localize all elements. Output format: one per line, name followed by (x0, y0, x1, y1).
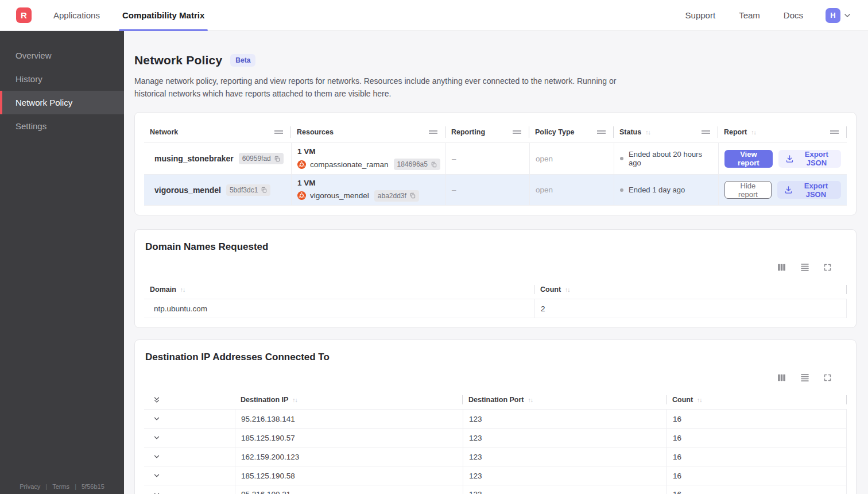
column-header-destination-port[interactable]: Destination Port ↑↓ (463, 391, 666, 409)
column-resize-handle[interactable] (830, 130, 839, 134)
destinations-card: Destination IP Addresses Connected To (134, 339, 857, 494)
vm-count: 1 VM (297, 147, 316, 156)
chevron-down-icon[interactable] (153, 434, 161, 442)
page-description: Manage network policy, reporting and vie… (134, 75, 640, 100)
download-icon (785, 155, 794, 163)
table-toolbar (144, 262, 847, 272)
copy-icon[interactable] (274, 156, 280, 162)
sidebar-item-history[interactable]: History (0, 67, 124, 91)
destinations-title: Destination IP Addresses Connected To (144, 349, 847, 363)
resource-name: compassionate_raman (310, 160, 389, 169)
column-header-count[interactable]: Count ↑↓ (666, 391, 847, 409)
top-nav: R Applications Compatibility Matrix Supp… (0, 0, 868, 31)
columns-icon[interactable] (777, 263, 786, 272)
resource-id-badge: aba2dd3f (374, 190, 419, 202)
column-header-status[interactable]: Status ↑↓ (614, 122, 718, 142)
divider: | (75, 483, 76, 490)
domains-table-header: Domain ↑↓ Count ↑↓ (144, 280, 847, 299)
column-resize-handle[interactable] (513, 130, 521, 134)
column-header-destination-ip[interactable]: Destination IP ↑↓ (235, 391, 463, 409)
rows-icon[interactable] (800, 262, 810, 272)
chevron-down-icon[interactable] (153, 453, 161, 461)
domains-title: Domain Names Requested (144, 239, 847, 253)
sidebar-item-settings[interactable]: Settings (0, 114, 124, 138)
count-value: 16 (666, 466, 847, 485)
copy-icon[interactable] (431, 161, 437, 168)
copy-icon[interactable] (409, 192, 416, 199)
nav-link-docs[interactable]: Docs (784, 10, 803, 20)
app-logo[interactable]: R (16, 7, 32, 23)
column-header-count[interactable]: Count ↑↓ (534, 280, 847, 299)
beta-badge: Beta (230, 54, 255, 67)
view-report-button[interactable]: View report (724, 150, 773, 168)
count-value: 16 (666, 429, 847, 447)
user-menu[interactable]: H (826, 8, 852, 23)
hide-report-button[interactable]: Hide report (724, 181, 772, 199)
column-resize-handle[interactable] (429, 130, 437, 134)
destination-port: 123 (463, 466, 666, 485)
destination-port: 123 (463, 447, 666, 466)
chevron-down-icon[interactable] (153, 415, 161, 423)
sort-icon: ↑↓ (645, 129, 650, 136)
destination-row: 185.125.190.57 123 16 (144, 428, 847, 447)
destination-ip: 185.125.190.58 (235, 466, 463, 485)
sidebar-item-network-policy[interactable]: Network Policy (0, 91, 124, 114)
sort-icon: ↑↓ (697, 396, 702, 403)
reporting-value: – (445, 143, 529, 174)
avatar[interactable]: H (826, 8, 840, 23)
ubuntu-icon (297, 191, 306, 200)
networks-card: Network Resources Reporting Policy Type … (134, 112, 857, 215)
nav-link-support[interactable]: Support (685, 10, 716, 20)
expand-icon[interactable] (823, 373, 832, 382)
copy-icon[interactable] (261, 187, 267, 193)
network-id-badge: 60959fad (239, 153, 284, 164)
network-name: vigorous_mendel (154, 186, 221, 195)
count-value: 16 (666, 485, 847, 494)
network-id-badge: 5bdf3dc1 (226, 184, 270, 196)
reporting-value: – (445, 175, 529, 205)
terms-link[interactable]: Terms (52, 483, 69, 490)
sidebar-item-overview[interactable]: Overview (0, 44, 124, 67)
columns-icon[interactable] (777, 373, 786, 383)
sort-icon: ↑↓ (751, 129, 756, 136)
nav-tabs: Applications Compatibility Matrix (52, 0, 206, 31)
destination-row: 95.216.138.141 123 16 (144, 409, 847, 428)
rows-icon[interactable] (800, 372, 810, 383)
policy-type-value: open (529, 143, 614, 174)
tab-applications[interactable]: Applications (52, 0, 101, 31)
networks-table-header: Network Resources Reporting Policy Type … (144, 122, 847, 142)
sidebar: Overview History Network Policy Settings… (0, 31, 124, 494)
ubuntu-icon (297, 160, 306, 169)
export-json-button[interactable]: Export JSON (778, 150, 841, 168)
expand-all-icon[interactable] (153, 396, 161, 404)
chevron-down-icon[interactable] (153, 472, 161, 480)
column-header-resources[interactable]: Resources (291, 122, 445, 142)
column-resize-handle[interactable] (597, 130, 606, 134)
destination-ip: 185.125.190.57 (235, 429, 463, 447)
column-header-domain[interactable]: Domain ↑↓ (144, 280, 534, 299)
destination-ip: 162.159.200.123 (235, 447, 463, 466)
resource-id-badge: 184696a5 (394, 159, 440, 170)
build-id: 5f56b15 (82, 483, 104, 490)
column-resize-handle[interactable] (702, 130, 710, 134)
column-resize-handle[interactable] (274, 130, 283, 134)
chevron-down-icon (843, 11, 852, 20)
column-header-network[interactable]: Network (144, 122, 291, 142)
vm-count: 1 VM (297, 179, 316, 187)
chevron-down-icon[interactable] (153, 491, 161, 494)
domains-card: Domain Names Requested Domain ↑↓ Co (134, 229, 857, 328)
tab-compatibility-matrix[interactable]: Compatibility Matrix (121, 0, 206, 31)
status-text: Ended 1 day ago (629, 186, 685, 194)
column-header-reporting[interactable]: Reporting (445, 122, 529, 142)
policy-type-value: open (529, 175, 614, 205)
nav-link-team[interactable]: Team (739, 10, 760, 20)
export-json-button[interactable]: Export JSON (777, 181, 841, 199)
privacy-link[interactable]: Privacy (20, 483, 40, 490)
column-header-policy-type[interactable]: Policy Type (529, 122, 614, 142)
destination-port: 123 (463, 410, 666, 428)
expand-icon[interactable] (823, 263, 832, 272)
status-dot (620, 188, 623, 192)
count-value: 2 (534, 299, 847, 318)
column-header-report[interactable]: Report ↑↓ (718, 122, 847, 142)
destination-row: 95.216.100.21 123 16 (144, 485, 847, 494)
